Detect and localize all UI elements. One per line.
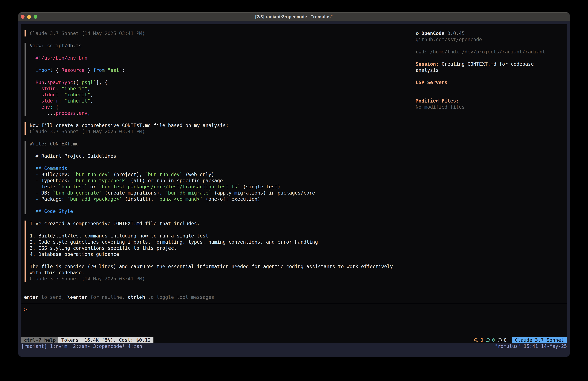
code4: stdin: "inherit", [21, 86, 90, 92]
msg3-p3: with this codebase. [21, 269, 84, 276]
oc-nofiles: No modified files [416, 104, 465, 110]
code2: import { Resource } from "sst"; [21, 67, 125, 73]
hint: enter to send, \+enter for newline, ctrl… [21, 294, 214, 300]
tmux-right: "romulus" 15:41 14-May-25 [495, 343, 567, 349]
counter-i-n: 0 [492, 337, 495, 343]
code5: stdout: "inherit", [21, 92, 93, 98]
counter-i: i [486, 338, 490, 342]
msg3-ts: Claude 3.7 Sonnet (14 May 2025 03:41 PM) [21, 276, 145, 282]
title-text: [2/3] radiant:3:opencode - "romulus" [18, 12, 570, 22]
code1: #!/usr/bin/env bun [21, 55, 87, 61]
status-help: ctrl+? help [21, 337, 59, 343]
view-title: View: script/db.ts [21, 43, 82, 49]
md-h1: # Radiant Project Guidelines [21, 153, 116, 159]
write-title: Write: CONTEXT.md [21, 141, 79, 147]
msg3-p1: I've created a comprehensive CONTEXT.md … [21, 221, 200, 227]
msg2-text: Now I'll create a comprehensive CONTEXT.… [21, 122, 229, 129]
oc-session: Session: Creating CONTEXT.md for codebas… [416, 61, 534, 67]
oc-lsp: LSP Servers [416, 79, 447, 86]
msg1-ts: Claude 3.7 Sonnet (14 May 2025 03:41 PM) [21, 30, 145, 37]
oc-logo: © OpenCode 0.0.45 [416, 30, 465, 37]
md-li2: - TypeCheck: `bun run typecheck` (all) o… [21, 178, 223, 184]
oc-url: github.com/sst/opencode [416, 37, 482, 43]
md-li1: - Build/Dev: `bun run dev` (project), `b… [21, 171, 214, 178]
counter-h-n: 0 [504, 337, 507, 343]
terminal-window: [2/3] radiant:3:opencode - "romulus" Cla… [18, 12, 570, 357]
counter-w-n: 0 [480, 337, 483, 343]
md-h2a: ## Commands [21, 165, 67, 171]
msg3-li1: 1. Build/lint/test commands including ho… [21, 233, 209, 239]
msg3-p2: The file is concise (20 lines) and captu… [21, 264, 393, 269]
code3: Bun.spawnSync([`psql`], { [21, 79, 108, 86]
input-separator [21, 303, 567, 303]
tmux-left: [radiant] 1:nvim 2:zsh- 3:opencode* 4:zs… [21, 343, 142, 349]
prompt[interactable]: > [21, 306, 27, 313]
code7: env: { [21, 104, 59, 110]
msg3-li3: 3. CSS styling conventions specific to t… [21, 245, 177, 251]
titlebar: [2/3] radiant:3:opencode - "romulus" [18, 12, 570, 22]
tmux-opencode-screenshot: [2/3] radiant:3:opencode - "romulus" Cla… [0, 0, 588, 381]
code8: ...process.env, [21, 110, 90, 116]
oc-session2: analysis [416, 67, 439, 73]
msg3-li2: 2. Code style guidelines covering import… [21, 239, 318, 245]
oc-cwd: cwd: /home/thdxr/dev/projects/radiant/ra… [416, 49, 545, 55]
terminal-content: Claude 3.7 Sonnet (14 May 2025 03:41 PM)… [21, 24, 567, 350]
md-li4: - DB: `bun db generate` (create migratio… [21, 190, 315, 196]
counter-w: w [474, 338, 478, 342]
oc-modified: Modified Files: [416, 98, 459, 104]
status-tokens: Tokens: 16.4K (8%), Cost: $0.12 [58, 337, 153, 343]
code6: stderr: "inherit", [21, 98, 93, 104]
md-li5: - Package: `bun add <package>` (install)… [21, 196, 260, 202]
status-model[interactable]: Claude 3.7 Sonnet [512, 337, 567, 343]
msg2-ts: Claude 3.7 Sonnet (14 May 2025 03:41 PM) [21, 129, 145, 135]
msg3-li4: 4. Database operations guidance [21, 251, 119, 257]
counter-h: h [498, 338, 502, 342]
md-h2b: ## Code Style [21, 208, 73, 214]
md-li3: - Test: `bun test` or `bun test packages… [21, 184, 280, 190]
